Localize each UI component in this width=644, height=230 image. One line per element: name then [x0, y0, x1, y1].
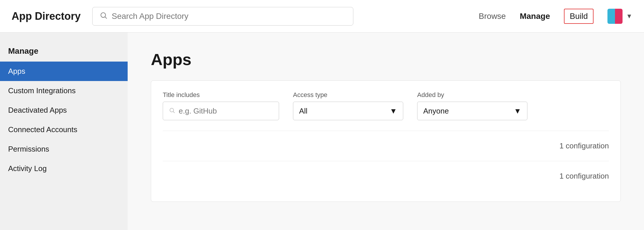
sidebar-item-custom-integrations[interactable]: Custom Integrations: [0, 81, 128, 100]
added-by-chevron-down-icon: ▼: [514, 107, 521, 116]
access-type-label: Access type: [293, 91, 403, 99]
sidebar: Manage Apps Custom Integrations Deactiva…: [0, 33, 128, 230]
filter-card: Title includes Access type: [151, 80, 621, 202]
nav-browse[interactable]: Browse: [479, 12, 506, 21]
search-icon: [100, 11, 108, 21]
sidebar-item-connected-accounts[interactable]: Connected Accounts: [0, 120, 128, 139]
access-type-chevron-down-icon: ▼: [390, 107, 397, 116]
added-by-value: Anyone: [423, 107, 449, 116]
svg-line-1: [105, 17, 106, 18]
main-layout: Manage Apps Custom Integrations Deactiva…: [0, 33, 644, 230]
svg-point-0: [101, 12, 106, 17]
filter-row: Title includes Access type: [163, 91, 609, 120]
header: App Directory Browse Manage Build ▼: [0, 0, 644, 33]
title-search-icon: [169, 107, 175, 115]
added-by-select[interactable]: Anyone ▼: [417, 102, 527, 120]
app-row-1: 1 configuration: [163, 131, 609, 161]
nav-manage[interactable]: Manage: [520, 12, 550, 21]
svg-point-2: [170, 108, 174, 112]
config-text-2: 1 configuration: [559, 172, 609, 181]
header-nav: Browse Manage Build ▼: [479, 9, 632, 24]
title-includes-input-wrapper[interactable]: [163, 102, 279, 120]
sidebar-item-permissions[interactable]: Permissions: [0, 139, 128, 159]
title-includes-label: Title includes: [163, 91, 279, 99]
avatar-left: [607, 9, 615, 24]
app-directory-title: App Directory: [12, 10, 81, 22]
sidebar-item-deactivated-apps[interactable]: Deactivated Apps: [0, 100, 128, 120]
access-type-value: All: [299, 107, 307, 116]
search-bar[interactable]: [92, 7, 353, 26]
main-content: Apps Title includes: [128, 33, 644, 230]
sidebar-item-apps[interactable]: Apps: [0, 62, 128, 81]
access-type-group: Access type All ▼: [293, 91, 403, 120]
title-includes-group: Title includes: [163, 91, 279, 120]
avatar-right: [615, 9, 623, 24]
nav-build[interactable]: Build: [564, 9, 594, 24]
added-by-group: Added by Anyone ▼: [417, 91, 527, 120]
avatar: [607, 9, 623, 24]
page-title: Apps: [151, 50, 621, 69]
sidebar-item-activity-log[interactable]: Activity Log: [0, 159, 128, 178]
title-includes-input[interactable]: [179, 107, 273, 116]
avatar-area[interactable]: ▼: [607, 9, 632, 24]
access-type-select[interactable]: All ▼: [293, 102, 403, 120]
config-text-1: 1 configuration: [559, 141, 609, 150]
added-by-label: Added by: [417, 91, 527, 99]
sidebar-section-title: Manage: [0, 46, 128, 56]
avatar-chevron-down-icon: ▼: [626, 12, 632, 20]
app-row-2: 1 configuration: [163, 161, 609, 191]
svg-line-3: [173, 112, 174, 113]
search-input[interactable]: [112, 12, 346, 21]
